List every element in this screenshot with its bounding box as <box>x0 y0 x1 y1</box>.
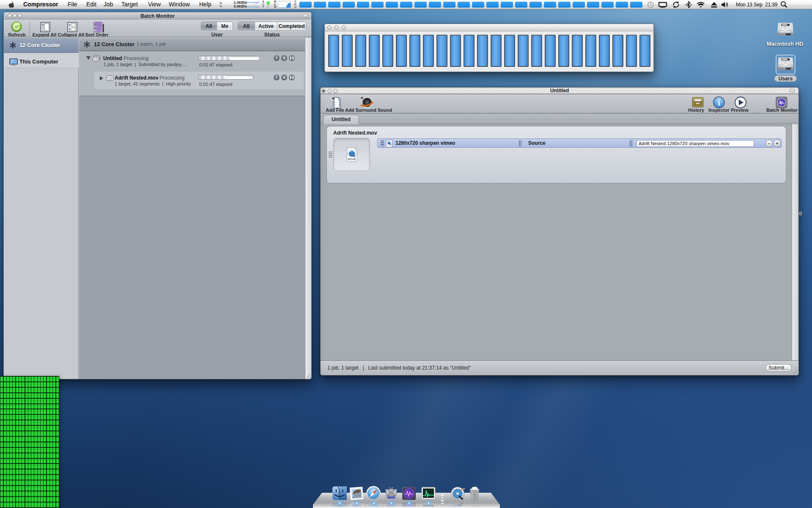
svg-text:i: i <box>718 99 720 107</box>
svg-text:MOVIE: MOVIE <box>348 157 356 160</box>
